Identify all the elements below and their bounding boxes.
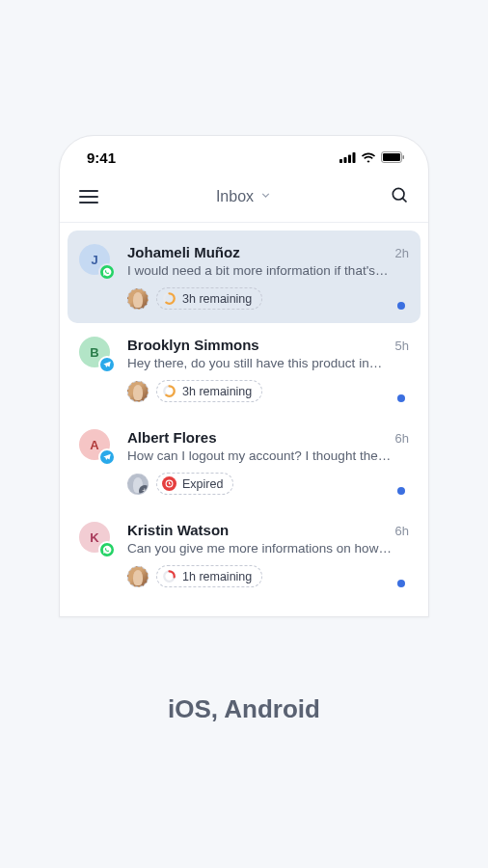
chevron-down-icon: [259, 188, 272, 205]
assignee-avatar[interactable]: [127, 288, 149, 310]
conversation-item[interactable]: K Kristin Watson 6h Can you give me more…: [68, 508, 420, 601]
conversation-name: Brooklyn Simmons: [127, 337, 259, 353]
unread-dot: [397, 487, 405, 495]
assignee-avatar[interactable]: [127, 381, 149, 402]
sla-chip[interactable]: Expired: [156, 473, 233, 495]
conversation-name: Kristin Watson: [127, 522, 229, 538]
conversation-name: Albert Flores: [127, 429, 217, 446]
svg-point-7: [393, 188, 404, 200]
sla-chip[interactable]: 3h remaining: [156, 287, 262, 310]
whatsapp-icon: [98, 263, 116, 281]
unread-dot: [397, 302, 405, 310]
wifi-icon: [361, 149, 376, 166]
svg-rect-2: [348, 155, 351, 164]
sla-ring-icon: [162, 384, 176, 398]
conversation-body: Johameli Muñoz 2h I would need a bit mor…: [127, 244, 409, 310]
avatar-wrap: J: [79, 244, 114, 279]
sla-label: 3h remaining: [182, 385, 252, 398]
conversation-preview: How can I logout my account? I thought t…: [127, 448, 409, 463]
conversation-body: Brooklyn Simmons 5h Hey there, do you st…: [127, 337, 409, 402]
avatar-wrap: B: [79, 337, 114, 371]
svg-rect-5: [383, 153, 400, 161]
expired-icon: [162, 476, 176, 491]
app-header: Inbox: [60, 174, 428, 223]
header-title-dropdown[interactable]: Inbox: [216, 188, 272, 205]
avatar-wrap: K: [79, 522, 114, 556]
conversation-time: 6h: [395, 524, 409, 538]
signal-icon: [339, 149, 356, 166]
sla-ring-icon: [162, 291, 176, 306]
sla-label: 3h remaining: [182, 292, 252, 306]
sla-chip[interactable]: 3h remaining: [156, 380, 262, 402]
svg-line-8: [402, 198, 406, 202]
telegram-icon: [98, 448, 116, 466]
conversation-preview: Can you give me more informations on how…: [127, 541, 409, 556]
assignee-avatar[interactable]: [127, 566, 149, 587]
conversation-body: Kristin Watson 6h Can you give me more i…: [127, 522, 409, 587]
conversation-time: 6h: [395, 431, 409, 446]
battery-icon: [381, 149, 405, 166]
conversation-item[interactable]: B Brooklyn Simmons 5h Hey there, do you …: [68, 323, 420, 416]
status-icons: [339, 149, 405, 166]
assign-button[interactable]: [127, 474, 149, 495]
caption: iOS, Android: [168, 694, 320, 724]
header-title-text: Inbox: [216, 188, 254, 205]
sla-ring-icon: [162, 569, 176, 583]
unread-dot: [397, 394, 405, 402]
svg-rect-1: [344, 157, 347, 163]
sla-chip[interactable]: 1h remaining: [156, 565, 262, 587]
svg-rect-0: [339, 159, 342, 163]
conversation-preview: Hey there, do you still have this produc…: [127, 356, 409, 370]
conversation-list: J Johameli Muñoz 2h I would need a bit m…: [60, 223, 428, 616]
conversation-item[interactable]: J Johameli Muñoz 2h I would need a bit m…: [68, 231, 420, 323]
conversation-item[interactable]: A Albert Flores 6h How can I logout my a…: [68, 416, 420, 508]
menu-button[interactable]: [79, 190, 98, 203]
conversation-preview: I would need a bit more information if t…: [127, 263, 409, 278]
conversation-name: Johameli Muñoz: [127, 244, 240, 260]
conversation-body: Albert Flores 6h How can I logout my acc…: [127, 429, 409, 495]
telegram-icon: [98, 356, 116, 373]
avatar-wrap: A: [79, 429, 114, 464]
status-time: 9:41: [87, 149, 116, 166]
conversation-time: 5h: [395, 339, 409, 353]
svg-rect-6: [403, 155, 405, 159]
sla-label: Expired: [182, 477, 223, 491]
notch: [181, 136, 307, 157]
svg-rect-3: [353, 152, 356, 163]
unread-dot: [397, 580, 405, 587]
conversation-time: 2h: [395, 246, 409, 260]
search-button[interactable]: [390, 185, 409, 208]
sla-label: 1h remaining: [182, 570, 252, 583]
whatsapp-icon: [98, 541, 116, 558]
phone-frame: 9:41 Inbox: [59, 135, 429, 617]
